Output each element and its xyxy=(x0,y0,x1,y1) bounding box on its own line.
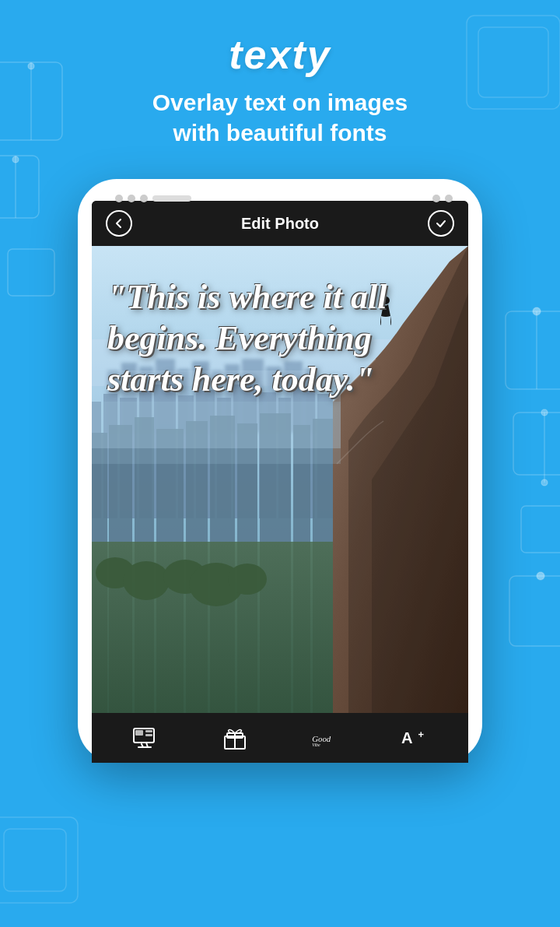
toolbar-text-size-button[interactable]: A + xyxy=(401,724,429,752)
toolbar-gift-button[interactable] xyxy=(221,724,249,752)
sensor-dot-2 xyxy=(445,195,453,202)
photo-canvas[interactable]: "This is where it all begins. Everything… xyxy=(92,246,468,713)
phone-mockup: Edit Photo xyxy=(70,179,490,763)
app-header: texty Overlay text on imageswith beautif… xyxy=(0,0,560,163)
phone-right-sensors xyxy=(432,195,453,202)
phone-top-bar xyxy=(92,193,468,201)
svg-rect-66 xyxy=(92,402,341,464)
svg-text:Vibe: Vibe xyxy=(312,743,320,747)
toolbar-template-button[interactable] xyxy=(131,724,159,752)
svg-rect-69 xyxy=(145,730,152,732)
phone-camera-area xyxy=(115,195,191,202)
bottom-toolbar: Good Vibe A + xyxy=(92,713,468,763)
toolbar-font-style-button[interactable]: Good Vibe xyxy=(311,724,339,752)
header-title: Edit Photo xyxy=(241,215,319,233)
phone-screen: Edit Photo xyxy=(92,201,468,763)
edit-photo-header: Edit Photo xyxy=(92,201,468,246)
quote-text: "This is where it all begins. Everything… xyxy=(107,277,445,400)
camera-dot-2 xyxy=(128,195,135,202)
camera-dot-3 xyxy=(140,195,148,202)
svg-text:Good: Good xyxy=(312,734,331,743)
svg-text:A: A xyxy=(401,729,413,746)
svg-point-63 xyxy=(228,564,267,595)
sensor-dot-1 xyxy=(432,195,440,202)
camera-dot-1 xyxy=(115,195,123,202)
svg-rect-70 xyxy=(145,734,152,736)
back-button[interactable] xyxy=(106,210,132,237)
confirm-button[interactable] xyxy=(428,210,454,237)
svg-rect-68 xyxy=(135,730,143,736)
svg-text:+: + xyxy=(418,729,425,740)
app-title: texty xyxy=(16,31,544,78)
phone-frame: Edit Photo xyxy=(78,179,482,763)
phone-speaker xyxy=(152,195,191,202)
svg-point-60 xyxy=(123,561,170,600)
app-tagline: Overlay text on imageswith beautiful fon… xyxy=(16,87,544,148)
